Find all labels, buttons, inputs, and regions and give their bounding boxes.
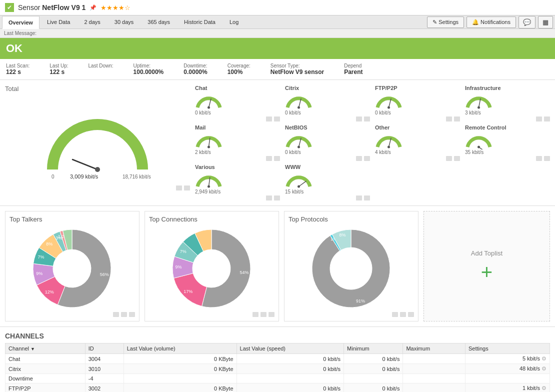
- sensor-status-icon: ✔: [5, 3, 14, 12]
- table-cell: 0 KByte: [124, 364, 236, 374]
- table-cell: 0 KByte: [124, 354, 236, 364]
- table-cell: 0 kbit/s: [236, 364, 344, 374]
- table-cell: 3004: [85, 354, 124, 364]
- table-cell: [403, 374, 466, 384]
- donut-label: 9%: [175, 264, 182, 270]
- add-toplist-card[interactable]: Add Toplist +: [424, 211, 550, 322]
- protocol-icons: [285, 196, 370, 200]
- table-cell: 3010: [85, 364, 124, 374]
- protocol-val: 35 kbit/s: [465, 150, 550, 155]
- settings-cell[interactable]: 5 kbit/s ⚙: [465, 354, 550, 364]
- protocol-name: Infrastructure: [465, 85, 550, 91]
- donut-label: 7%: [180, 248, 186, 254]
- protocol-val: 2,949 kbit/s: [195, 189, 280, 194]
- protocol-icons: [195, 116, 280, 122]
- protocol-icons: [285, 116, 370, 122]
- protocol-item: Citrix0 kbit/s: [285, 85, 370, 122]
- talkers-svg: 56%12%9%7%8%3%1.2%: [26, 222, 118, 315]
- svg-point-22: [208, 186, 210, 188]
- protocol-item: WWW15 kbit/s: [285, 164, 370, 200]
- protocol-name: FTP/P2P: [375, 85, 460, 91]
- nav-tabs: Overview Live Data 2 days 30 days 365 da…: [0, 16, 555, 29]
- depend-val: Parent: [344, 68, 362, 76]
- tab-live-data[interactable]: Live Data: [40, 16, 76, 28]
- donut-label: 9%: [36, 270, 42, 276]
- coverage-val: 100%: [228, 68, 243, 76]
- pin-icon: 📌: [90, 4, 96, 11]
- downtime-label: Downtime:: [184, 63, 207, 68]
- mini-gauge-svg: [195, 130, 222, 150]
- stat-last-scan: Last Scan: 122 s: [6, 63, 30, 76]
- settings-gear-icon[interactable]: ⚙: [542, 385, 546, 391]
- settings-cell[interactable]: 1 kbit/s ⚙: [465, 384, 550, 392]
- donut-label: 54%: [240, 270, 248, 274]
- table-cell: Chat: [6, 354, 86, 364]
- top-connections-card: Top Connections 54%17%9%7%: [144, 211, 279, 322]
- settings-gear-icon[interactable]: ⚙: [542, 366, 546, 372]
- grid-button[interactable]: ▦: [538, 16, 553, 28]
- tab-365days[interactable]: 365 days: [141, 16, 176, 28]
- protocol-name: Citrix: [285, 85, 370, 91]
- svg-point-1: [95, 167, 100, 172]
- top-talkers-donut: 56%12%9%7%8%3%1.2%: [10, 226, 135, 311]
- col-channel: Channel ▼: [6, 344, 86, 354]
- last-message-label: Last Message:: [4, 30, 36, 36]
- tab-2days[interactable]: 2 days: [78, 16, 106, 28]
- mini-gauge-svg: [195, 170, 222, 189]
- downtime-val: 0.0000%: [184, 68, 207, 76]
- svg-line-0: [72, 160, 98, 170]
- svg-point-6: [208, 106, 210, 109]
- protocol-icons: [195, 196, 280, 200]
- col-min: Minimum: [344, 344, 403, 354]
- protocol-val: 15 kbit/s: [285, 189, 370, 194]
- tab-log[interactable]: Log: [223, 16, 245, 28]
- svg-text:0: 0: [52, 174, 54, 180]
- table-cell: [403, 354, 466, 364]
- total-section: Total 0 18,716 kbit/s 3,009 kbit/s: [5, 85, 190, 200]
- notifications-button[interactable]: 🔔 Notifications: [466, 16, 516, 28]
- mini-gauge-svg: [195, 91, 222, 110]
- protocol-val: 3 kbit/s: [465, 110, 550, 116]
- settings-cell[interactable]: [465, 374, 550, 384]
- protocol-name: NetBIOS: [285, 124, 370, 130]
- table-cell: FTP/P2P: [6, 384, 86, 392]
- table-cell: [344, 374, 403, 384]
- table-cell: [236, 374, 344, 384]
- tab-30days[interactable]: 30 days: [108, 16, 140, 28]
- mini-gauge-svg: [465, 91, 492, 110]
- svg-line-23: [299, 181, 306, 186]
- channels-table: Channel ▼ ID Last Value (volume) Last Va…: [5, 343, 550, 392]
- tab-historic-data[interactable]: Historic Data: [178, 16, 222, 28]
- top-protocols-donut: 91%1%8%: [288, 226, 414, 311]
- sensor-type-val: NetFlow V9 sensor: [270, 68, 324, 76]
- last-message-bar: Last Message:: [0, 29, 555, 38]
- protocol-icons: [285, 156, 370, 161]
- chat-button[interactable]: 💬: [518, 16, 536, 28]
- svg-point-14: [208, 146, 210, 148]
- settings-button[interactable]: ✎ Settings: [427, 16, 464, 28]
- table-cell: 0 kbit/s: [236, 384, 344, 392]
- settings-gear-icon[interactable]: ⚙: [542, 356, 546, 362]
- table-cell: 0 kbit/s: [344, 364, 403, 374]
- add-toplist-content: Add Toplist +: [471, 250, 502, 284]
- svg-point-8: [298, 106, 300, 109]
- protocol-name: WWW: [285, 164, 370, 170]
- table-cell: [403, 364, 466, 374]
- sort-arrow: ▼: [30, 346, 35, 352]
- last-scan-val: 122 s: [6, 68, 21, 76]
- stat-downtime: Downtime: 0.0000%: [184, 63, 207, 76]
- channels-thead: Channel ▼ ID Last Value (volume) Last Va…: [6, 344, 550, 354]
- table-row: Chat30040 KByte0 kbit/s0 kbit/s5 kbit/s …: [6, 354, 550, 364]
- stat-sensor-type: Sensor Type: NetFlow V9 sensor: [270, 63, 324, 76]
- table-row: Citrix30100 KByte0 kbit/s0 kbit/s48 kbit…: [6, 364, 550, 374]
- uptime-label: Uptime:: [134, 63, 164, 68]
- tab-overview[interactable]: Overview: [2, 16, 40, 29]
- protocol-icons: [465, 116, 550, 122]
- protocol-icons: [375, 116, 460, 122]
- stats-row: Last Scan: 122 s Last Up: 122 s Last Dow…: [0, 59, 555, 80]
- main-content: Total 0 18,716 kbit/s 3,009 kbit/s: [0, 80, 555, 206]
- table-cell: Citrix: [6, 364, 86, 374]
- donut-label: 56%: [100, 272, 109, 276]
- protocol-val: 2 kbit/s: [195, 150, 280, 155]
- settings-cell[interactable]: 48 kbit/s ⚙: [465, 364, 550, 374]
